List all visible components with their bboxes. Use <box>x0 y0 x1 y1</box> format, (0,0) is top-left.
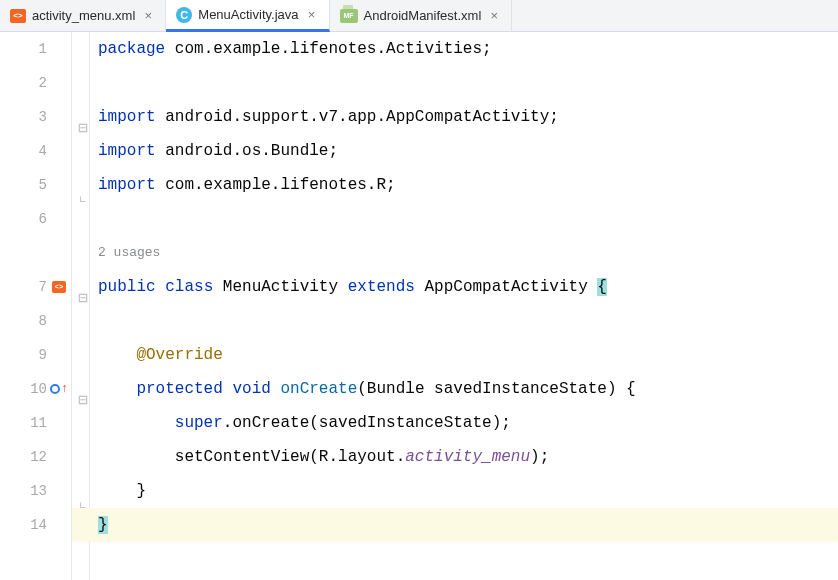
xml-file-icon: <> <box>10 9 26 23</box>
manifest-file-icon: MF <box>340 9 358 23</box>
close-icon[interactable]: × <box>305 7 319 22</box>
line-number: 13 <box>30 474 47 508</box>
close-icon[interactable]: × <box>487 8 501 23</box>
code-line[interactable] <box>72 202 838 236</box>
code-area[interactable]: package com.example.lifenotes.Activities… <box>72 32 838 580</box>
code-line[interactable]: import android.os.Bundle; <box>72 134 838 168</box>
line-number: 6 <box>39 202 47 236</box>
editor-tab-bar: <> activity_menu.xml × C MenuActivity.ja… <box>0 0 838 32</box>
line-number-gutter: 1 2 3 4 5 6 7 <> 8 9 10 ↑ 11 12 13 14 <box>0 32 72 580</box>
code-line[interactable]: ⌞ } <box>72 474 838 508</box>
code-line[interactable] <box>72 304 838 338</box>
fold-end-icon: ⌞ <box>78 486 88 496</box>
code-editor[interactable]: 1 2 3 4 5 6 7 <> 8 9 10 ↑ 11 12 13 14 pa… <box>0 32 838 580</box>
line-number: 1 <box>39 32 47 66</box>
code-line[interactable]: super.onCreate(savedInstanceState); <box>72 406 838 440</box>
tab-menu-activity-java[interactable]: C MenuActivity.java × <box>166 0 329 32</box>
line-number: 14 <box>30 508 47 542</box>
code-line[interactable]: } <box>72 508 838 542</box>
tab-label: AndroidManifest.xml <box>364 8 482 23</box>
code-line[interactable]: ⊟import android.support.v7.app.AppCompat… <box>72 100 838 134</box>
related-xml-marker-icon[interactable]: <> <box>52 281 66 293</box>
code-line[interactable] <box>72 66 838 100</box>
java-class-icon: C <box>176 7 192 23</box>
line-number: 3 <box>39 100 47 134</box>
tab-activity-menu-xml[interactable]: <> activity_menu.xml × <box>0 0 166 31</box>
line-number: 8 <box>39 304 47 338</box>
code-line[interactable]: ⊟public class MenuActivity extends AppCo… <box>72 270 838 304</box>
code-line[interactable]: package com.example.lifenotes.Activities… <box>72 32 838 66</box>
line-number: 12 <box>30 440 47 474</box>
code-line[interactable]: @Override <box>72 338 838 372</box>
fold-end-icon: ⌞ <box>78 180 88 190</box>
line-number: 9 <box>39 338 47 372</box>
override-marker-icon[interactable]: ↑ <box>50 372 68 406</box>
line-number: 7 <box>39 270 47 304</box>
fold-toggle-icon[interactable]: ⊟ <box>78 282 88 292</box>
line-number: 2 <box>39 66 47 100</box>
close-icon[interactable]: × <box>141 8 155 23</box>
line-number: 11 <box>30 406 47 440</box>
tab-android-manifest-xml[interactable]: MF AndroidManifest.xml × <box>330 0 513 31</box>
tab-label: activity_menu.xml <box>32 8 135 23</box>
code-line[interactable]: ⌞import com.example.lifenotes.R; <box>72 168 838 202</box>
fold-toggle-icon[interactable]: ⊟ <box>78 384 88 394</box>
code-line[interactable]: ⊟ protected void onCreate(Bundle savedIn… <box>72 372 838 406</box>
fold-toggle-icon[interactable]: ⊟ <box>78 112 88 122</box>
line-number: 5 <box>39 168 47 202</box>
line-number: 10 <box>30 372 47 406</box>
code-line[interactable]: setContentView(R.layout.activity_menu); <box>72 440 838 474</box>
line-number: 4 <box>39 134 47 168</box>
tab-label: MenuActivity.java <box>198 7 298 22</box>
usages-inlay-hint[interactable]: 2 usages <box>72 236 838 270</box>
